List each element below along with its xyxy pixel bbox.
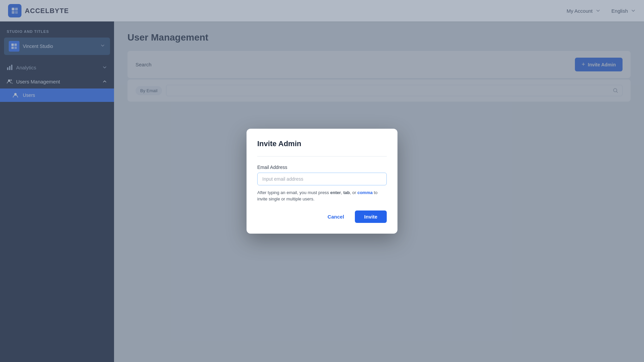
hint-tab: tab <box>343 190 350 195</box>
modal-title: Invite Admin <box>257 139 387 148</box>
modal-hint: After typing an email, you must press en… <box>257 189 387 202</box>
modal-actions: Cancel Invite <box>257 210 387 223</box>
hint-comma: comma <box>357 190 373 195</box>
modal-divider <box>257 156 387 157</box>
modal-overlay[interactable]: Invite Admin Email Address After typing … <box>0 0 644 362</box>
invite-admin-modal: Invite Admin Email Address After typing … <box>247 129 397 234</box>
hint-enter: enter <box>330 190 341 195</box>
invite-button[interactable]: Invite <box>355 210 387 223</box>
email-input[interactable] <box>257 173 387 185</box>
email-field-label: Email Address <box>257 165 387 170</box>
cancel-button[interactable]: Cancel <box>322 211 350 222</box>
